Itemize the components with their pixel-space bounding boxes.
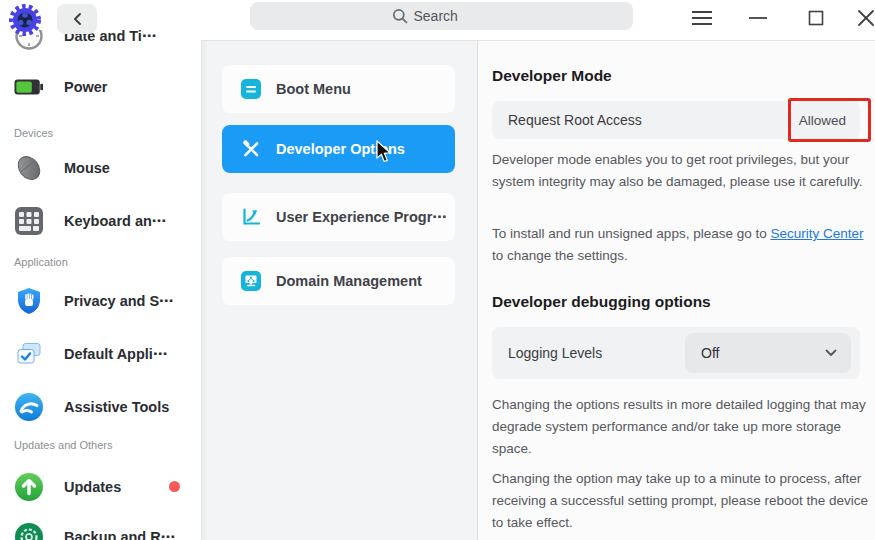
mouse-icon: [14, 153, 44, 183]
close-icon: [857, 9, 875, 27]
nav-item-label: Boot Menu: [276, 81, 351, 97]
sidebar-item-label: Keyboard an⋯: [64, 213, 166, 229]
developer-options-panel: Developer Mode Request Root Access Allow…: [478, 40, 875, 540]
maximize-icon: [806, 8, 826, 28]
nav-item-user-experience-program[interactable]: User Experience Progr⋯: [222, 193, 455, 241]
updates-badge-dot: [169, 481, 180, 492]
section-title-developer-mode: Developer Mode: [492, 67, 612, 85]
gear-circle-icon: [14, 522, 44, 540]
logging-levels-dropdown[interactable]: Off: [685, 333, 851, 373]
logging-warning-text: Changing the options results in more det…: [492, 394, 868, 460]
app-logo-icon: [8, 3, 42, 37]
boot-menu-icon: [240, 78, 262, 100]
windows-check-icon: [14, 339, 44, 369]
sidebar-item-default-applications[interactable]: Default Appli⋯: [14, 337, 196, 371]
sidebar-item-label: Default Appli⋯: [64, 346, 167, 362]
search-input[interactable]: [414, 8, 492, 24]
keyboard-icon: [14, 206, 44, 236]
logging-levels-value: Off: [701, 345, 719, 361]
nav-item-label: Domain Management: [276, 273, 422, 289]
minimize-button[interactable]: [740, 0, 776, 36]
sidebar-section-application: Application: [14, 256, 68, 268]
chevron-down-icon: [825, 349, 837, 357]
sidebar-item-assistive-tools[interactable]: Assistive Tools: [14, 390, 196, 424]
settings-nav-panel: Boot Menu Developer Options User Experie…: [201, 40, 477, 540]
request-root-access-label: Request Root Access: [508, 112, 642, 128]
reboot-note-text: Changing the option may take up to a min…: [492, 468, 868, 534]
sidebar-item-label: Privacy and S⋯: [64, 293, 174, 309]
note-text-before: To install and run unsigned apps, please…: [492, 226, 770, 241]
arrow-up-circle-icon: [14, 472, 44, 502]
close-button[interactable]: [848, 0, 875, 36]
sidebar-item-label: Updates: [64, 479, 121, 495]
hamburger-menu-icon: [691, 10, 713, 26]
sidebar-item-label: Backup and R⋯: [64, 529, 175, 540]
hand-circle-icon: [14, 392, 44, 422]
nav-item-developer-options[interactable]: Developer Options: [222, 125, 455, 173]
chevron-left-icon: [72, 12, 82, 26]
sidebar-item-backup-restore[interactable]: Backup and R⋯: [14, 520, 196, 540]
annotation-highlight-box: [788, 98, 871, 142]
nav-item-label: User Experience Progr⋯: [276, 209, 447, 225]
nav-item-boot-menu[interactable]: Boot Menu: [222, 65, 455, 113]
maximize-button[interactable]: [798, 0, 834, 36]
shield-hand-icon: [14, 286, 44, 316]
sidebar-item-privacy-security[interactable]: Privacy and S⋯: [14, 284, 196, 318]
sidebar-item-keyboard[interactable]: Keyboard an⋯: [14, 204, 196, 238]
section-title-debugging-options: Developer debugging options: [492, 293, 711, 311]
network-monitor-icon: [240, 270, 262, 292]
sidebar: Date and Ti⋯ Power Devices Mouse Keyboar…: [0, 30, 200, 540]
note-text-after: to change the settings.: [492, 248, 628, 263]
control-center-window: Date and Ti⋯ Power Devices Mouse Keyboar…: [0, 0, 875, 540]
minimize-icon: [748, 8, 768, 28]
sidebar-item-power[interactable]: Power: [14, 70, 196, 104]
sidebar-item-label: Mouse: [64, 160, 110, 176]
sidebar-section-updates-others: Updates and Others: [14, 439, 112, 451]
mouse-cursor: [376, 140, 393, 168]
logging-levels-row: Logging Levels Off: [492, 327, 860, 379]
security-center-link[interactable]: Security Center: [770, 226, 863, 241]
sidebar-item-mouse[interactable]: Mouse: [14, 151, 196, 185]
chart-arrow-icon: [240, 206, 262, 228]
sidebar-item-label: Assistive Tools: [64, 399, 169, 415]
sidebar-item-updates[interactable]: Updates: [14, 470, 196, 504]
search-icon: [392, 8, 408, 24]
menu-button[interactable]: [684, 0, 720, 36]
sidebar-item-label: Power: [64, 79, 108, 95]
unsigned-apps-note: To install and run unsigned apps, please…: [492, 223, 868, 267]
sidebar-section-devices: Devices: [14, 127, 53, 139]
back-button[interactable]: [57, 4, 97, 34]
search-field[interactable]: [250, 2, 633, 30]
nav-item-domain-management[interactable]: Domain Management: [222, 257, 455, 305]
hammer-wrench-icon: [240, 138, 262, 160]
developer-mode-description: Developer mode enables you to get root p…: [492, 149, 868, 193]
battery-icon: [14, 72, 44, 102]
logging-levels-label: Logging Levels: [508, 345, 602, 361]
